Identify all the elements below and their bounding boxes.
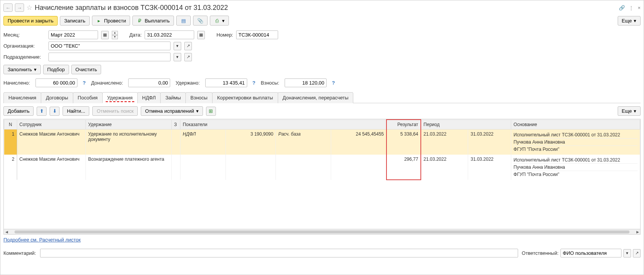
col-period[interactable]: Период xyxy=(421,120,511,130)
fill-button[interactable]: Заполнить ▾ xyxy=(3,65,41,74)
post-icon: ▸ xyxy=(96,18,102,24)
pay-button[interactable]: ₽Выплатить xyxy=(132,16,174,26)
move-down-button[interactable]: ⬇ xyxy=(50,107,60,116)
tab-contracts[interactable]: Договоры xyxy=(41,92,73,103)
accrued-label: Начислено: xyxy=(3,80,30,86)
month-input[interactable] xyxy=(48,30,98,39)
clear-button[interactable]: Очистить xyxy=(71,65,101,74)
cancel-fix-button[interactable]: Отмена исправлений ▾ xyxy=(141,106,203,116)
deductions-table[interactable]: N Сотрудник Удержание З Показатели Резул… xyxy=(3,119,641,229)
date-label: Дата: xyxy=(129,32,142,38)
table-more-button[interactable]: Еще ▾ xyxy=(618,106,641,116)
page-title: Начисление зарплаты и взносов ТСЗК-00001… xyxy=(35,4,617,12)
number-label: Номер: xyxy=(216,32,233,38)
number-input[interactable] xyxy=(236,30,278,39)
contrib-help-icon[interactable]: ? xyxy=(332,80,335,86)
col-indicator-flag[interactable]: З xyxy=(172,120,180,130)
col-deduction[interactable]: Удержание xyxy=(85,120,171,130)
month-label: Месяц: xyxy=(3,32,45,38)
find-button[interactable]: Найти... xyxy=(63,106,89,116)
print-icon: ⎙ xyxy=(214,18,220,24)
comment-input[interactable] xyxy=(40,249,518,257)
back-button[interactable]: ← xyxy=(3,3,13,12)
org-label: Организация: xyxy=(3,43,45,49)
kebab-icon[interactable]: ⋮ xyxy=(629,5,634,11)
contrib-label: Взносы: xyxy=(261,80,280,86)
table-hscroll[interactable]: ◀▶ xyxy=(3,229,641,235)
tab-accruals[interactable]: Начисления xyxy=(3,92,41,103)
tab-benefits[interactable]: Пособия xyxy=(73,92,103,103)
responsible-label: Ответственный: xyxy=(522,250,559,256)
contrib-input[interactable] xyxy=(285,78,327,87)
accrued-help-icon[interactable]: ? xyxy=(83,80,86,86)
doc-icon: ▤ xyxy=(180,18,187,24)
print-button[interactable]: ⎙ ▾ xyxy=(210,16,229,26)
dept-dropdown-icon[interactable]: ▾ xyxy=(174,53,181,61)
close-icon[interactable]: × xyxy=(638,5,641,11)
table-row[interactable]: 1 Снежков Максим Антонович Удержание по … xyxy=(4,130,640,155)
save-button[interactable]: Записать xyxy=(60,16,90,26)
withheld-input[interactable] xyxy=(205,78,247,87)
post-button[interactable]: ▸Провести xyxy=(92,16,130,26)
add-row-button[interactable]: Добавить xyxy=(3,106,34,116)
org-input[interactable] xyxy=(48,42,171,50)
tab-contributions[interactable]: Взносы xyxy=(185,92,213,103)
withheld-label: Удержано: xyxy=(175,80,200,86)
attach-button[interactable]: 📎 xyxy=(193,16,208,26)
date-input[interactable] xyxy=(145,30,194,39)
favorite-icon[interactable]: ☆ xyxy=(26,3,32,12)
forward-button[interactable]: → xyxy=(15,3,24,12)
table-row[interactable]: 2 Снежков Максим Антонович Вознаграждени… xyxy=(4,155,640,180)
dept-input[interactable] xyxy=(48,53,171,61)
comment-label: Комментарий: xyxy=(3,250,36,256)
col-employee[interactable]: Сотрудник xyxy=(17,120,85,130)
col-basis[interactable]: Основание xyxy=(511,120,640,130)
pick-button[interactable]: Подбор xyxy=(43,65,69,74)
withheld-help-icon[interactable]: ? xyxy=(253,80,256,86)
paperclip-icon: 📎 xyxy=(197,18,203,24)
date-calendar-icon[interactable]: ▦ xyxy=(197,31,205,39)
tab-pay-corrections[interactable]: Корректировки выплаты xyxy=(212,92,278,103)
org-open-icon[interactable]: ↗ xyxy=(184,42,192,50)
tabs: Начисления Договоры Пособия Удержания НД… xyxy=(3,92,641,103)
pay-icon: ₽ xyxy=(137,18,143,24)
grid-settings-button[interactable]: ⊞ xyxy=(206,107,216,116)
month-up[interactable]: ▲ xyxy=(112,31,118,35)
tab-recalc[interactable]: Доначисления, перерасчеты xyxy=(278,92,354,103)
dept-open-icon[interactable]: ↗ xyxy=(184,53,192,61)
tab-loans[interactable]: Займы xyxy=(160,92,186,103)
col-n[interactable]: N xyxy=(4,120,17,130)
dept-label: Подразделение: xyxy=(3,54,45,60)
post-and-close-button[interactable]: Провести и закрыть xyxy=(3,16,58,26)
report-button[interactable]: ▤ xyxy=(176,16,191,26)
add-accrued-input[interactable] xyxy=(128,78,170,87)
link-icon[interactable]: 🔗 xyxy=(619,5,625,11)
cancel-find-button[interactable]: Отменить поиск xyxy=(92,106,138,116)
col-indicators[interactable]: Показатели xyxy=(180,120,386,130)
move-up-button[interactable]: ⬆ xyxy=(37,107,47,116)
responsible-input[interactable] xyxy=(560,249,621,257)
tab-ndfl[interactable]: НДФЛ xyxy=(137,92,161,103)
org-dropdown-icon[interactable]: ▾ xyxy=(174,42,181,50)
responsible-dropdown-icon[interactable]: ▾ xyxy=(623,249,631,257)
responsible-open-icon[interactable]: ↗ xyxy=(633,249,641,257)
more-button[interactable]: Еще ▾ xyxy=(618,16,641,26)
payslip-link[interactable]: Подробнее см. Расчетный листок xyxy=(3,235,81,245)
add-accrued-label: Доначислено: xyxy=(91,80,123,86)
accrued-input[interactable] xyxy=(35,78,77,87)
tab-deductions[interactable]: Удержания xyxy=(102,92,138,103)
month-down[interactable]: ▼ xyxy=(112,35,118,39)
col-result[interactable]: Результат xyxy=(386,120,421,130)
month-calendar-icon[interactable]: ▦ xyxy=(101,31,109,39)
